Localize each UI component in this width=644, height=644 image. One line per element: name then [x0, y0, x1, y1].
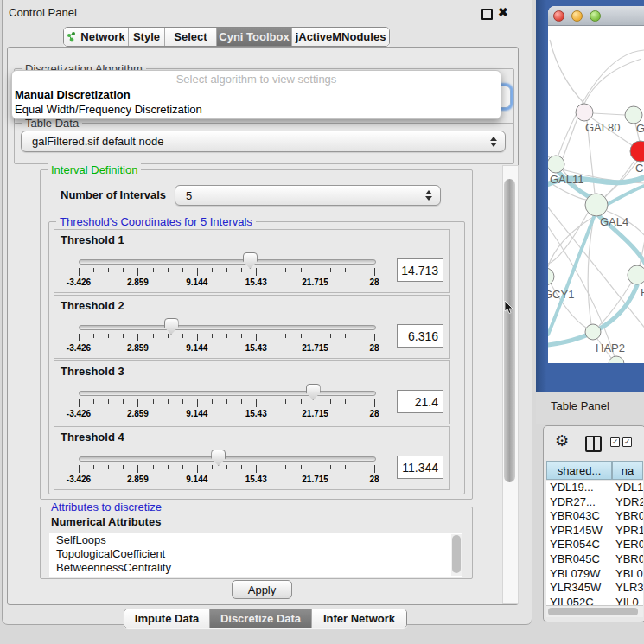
network-window-titlebar[interactable] — [548, 6, 644, 26]
numerical-attributes-list[interactable]: SelfLoopsTopologicalCoefficientBetweenne… — [49, 533, 462, 577]
attributes-group-title: Attributes to discretize — [48, 501, 165, 513]
tick-mark — [79, 334, 80, 341]
node-circle[interactable] — [630, 141, 644, 162]
tick-mark — [316, 334, 316, 341]
table-cell: YBR045C — [546, 552, 612, 567]
threshold-value-field[interactable]: 14.713 — [397, 258, 443, 282]
tick-mark — [137, 268, 138, 276]
table-row[interactable]: YDR27...YDR2 — [546, 495, 643, 510]
select-column-checkbox-icon[interactable]: ✓ — [610, 437, 620, 447]
table-row[interactable]: YBR045CYBR0 — [546, 552, 643, 567]
attribute-list-item[interactable]: BetweennessCentrality — [49, 561, 462, 575]
edge-line — [584, 59, 641, 104]
tab-cyni-toolbox[interactable]: Cyni Toolbox — [216, 28, 291, 46]
tab-label: Cyni Toolbox — [219, 30, 289, 43]
zoom-window-icon[interactable] — [590, 10, 601, 22]
tab-label: Select — [174, 30, 207, 43]
dropdown-option[interactable]: Equal Width/Frequency Discretization — [12, 102, 501, 117]
table-row[interactable]: YDL19...YDL1 — [546, 481, 643, 495]
column-layout-icon[interactable] — [585, 436, 602, 452]
node-circle[interactable] — [628, 265, 644, 284]
control-panel-tabs: NetworkStyleSelectCyni ToolboxjActiveMNo… — [63, 27, 390, 47]
table-row[interactable]: YLR345WYLR3 — [546, 581, 643, 596]
table-row[interactable]: YER054CYER0 — [546, 538, 643, 552]
tick-label: 2.859 — [127, 409, 149, 418]
close-window-icon[interactable] — [553, 10, 564, 22]
tick-label: 28 — [369, 343, 379, 353]
node-circle[interactable] — [548, 156, 564, 173]
table-cell: YPR145W — [546, 524, 612, 539]
node-circle[interactable] — [585, 194, 608, 216]
tab-style[interactable]: Style — [128, 28, 164, 46]
slider-track[interactable] — [79, 259, 376, 265]
table-row[interactable]: YIL052CYIL0 — [546, 596, 643, 605]
slider-track[interactable] — [79, 325, 376, 330]
slider-handle[interactable] — [306, 384, 321, 400]
slider-track[interactable] — [79, 456, 376, 462]
dropdown-option[interactable]: Manual Discretization — [12, 87, 501, 102]
threshold-value-field[interactable]: 6.316 — [397, 324, 443, 348]
tick-label: 2.859 — [127, 277, 149, 287]
tick-mark — [285, 334, 286, 338]
node-circle[interactable] — [548, 268, 554, 285]
tick-mark — [197, 268, 198, 276]
tick-mark — [285, 465, 286, 469]
table-row[interactable]: YBL079WYBL0 — [546, 567, 643, 582]
thresholds-group-title: Threshold's Coordinates for 5 Intervals — [56, 215, 256, 228]
table-cell: YIL0 — [612, 596, 643, 605]
tick-mark — [197, 465, 198, 473]
settings-gear-icon[interactable]: ⚙ — [555, 433, 569, 449]
minimize-window-icon[interactable] — [571, 10, 583, 22]
table-header-name[interactable]: na — [612, 461, 643, 480]
node-circle[interactable] — [585, 324, 601, 340]
table-row[interactable]: YPR145WYPR1 — [546, 524, 643, 539]
node-circle[interactable] — [576, 104, 593, 121]
table-cell: YDR2 — [612, 495, 643, 510]
slider-handle[interactable] — [211, 450, 226, 466]
slider-handle[interactable] — [164, 318, 179, 335]
tick-mark — [153, 334, 154, 338]
float-window-icon[interactable] — [481, 9, 493, 20]
tick-mark — [93, 268, 94, 272]
number-of-intervals-combobox[interactable]: 5 — [175, 185, 441, 206]
table-body[interactable]: YDL19...YDL1YDR27...YDR2YBR043CYBR0YPR14… — [546, 481, 643, 605]
apply-button[interactable]: Apply — [232, 580, 292, 599]
edge-line — [548, 216, 595, 269]
table-header-shared[interactable]: shared... — [546, 461, 612, 480]
tick-label: -3.426 — [67, 343, 91, 353]
table-row[interactable]: YBR043CYBR0 — [546, 509, 643, 524]
close-icon[interactable]: ✖ — [498, 5, 508, 19]
tick-label: 9.144 — [186, 409, 207, 418]
network-canvas[interactable]: GAL80GACGAL11GAL4GCY1HAHAP2 — [548, 25, 644, 363]
table-cell: YDL19... — [546, 481, 612, 495]
tab-network[interactable]: Network — [64, 28, 128, 46]
table-horizontal-scrollbar[interactable] — [546, 605, 643, 617]
node-label: GAL11 — [550, 173, 584, 186]
slider-handle[interactable] — [243, 252, 258, 269]
algorithm-dropdown-popup: Select algorithm to view settings Manual… — [11, 70, 501, 119]
scrollbar-thumb[interactable] — [504, 179, 515, 482]
bottom-tab-impute-data[interactable]: Impute Data — [124, 609, 209, 628]
tick-label: 2.859 — [127, 343, 149, 353]
tab-select[interactable]: Select — [164, 28, 216, 46]
tick-mark — [316, 268, 316, 276]
bottom-tab-discretize-data[interactable]: Discretize Data — [209, 609, 311, 628]
tick-mark — [226, 334, 227, 338]
attribute-list-item[interactable]: TopologicalCoefficient — [49, 547, 462, 561]
threshold-value-field[interactable]: 11.344 — [397, 456, 443, 479]
tick-mark — [241, 465, 242, 469]
select-column-checkbox-icon[interactable]: ✓ — [622, 437, 632, 447]
control-panel-scrollbar[interactable] — [502, 165, 519, 604]
node-circle[interactable] — [625, 106, 642, 124]
threshold-value-field[interactable]: 21.4 — [397, 390, 443, 413]
tick-mark — [168, 334, 169, 338]
tick-mark — [345, 268, 346, 272]
table-data-combobox-value: galFiltered.sif default node — [32, 135, 163, 148]
scrollbar-thumb[interactable] — [548, 608, 638, 615]
attribute-list-item[interactable]: SelfLoops — [49, 533, 462, 547]
bottom-tab-infer-network[interactable]: Infer Network — [311, 609, 406, 628]
slider-track[interactable] — [79, 391, 376, 396]
table-data-combobox[interactable]: galFiltered.sif default node — [21, 131, 506, 152]
list-scrollbar[interactable] — [451, 534, 462, 576]
tab-jactivemnodules[interactable]: jActiveMNodules — [291, 28, 389, 46]
